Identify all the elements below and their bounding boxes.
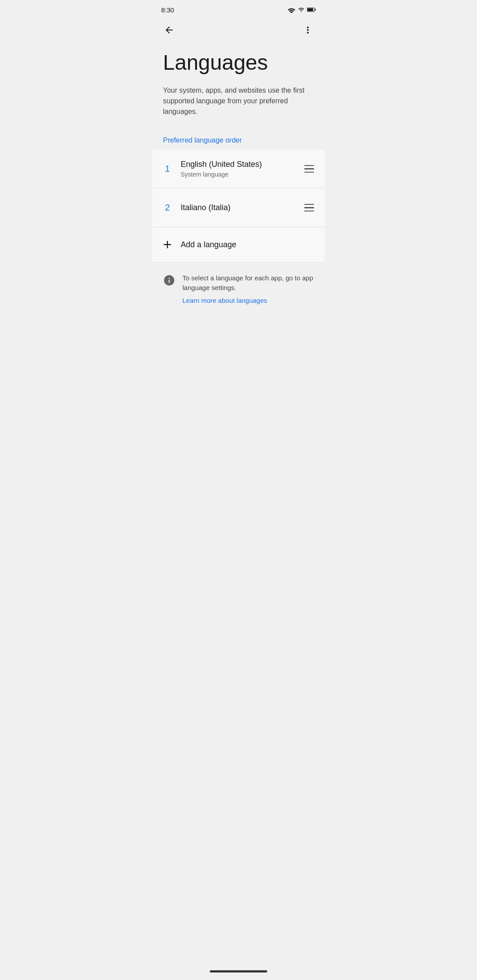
signal-icon <box>298 7 304 13</box>
status-time: 8:30 <box>161 6 174 14</box>
language-number-1: 1 <box>159 164 175 174</box>
preferred-order-label[interactable]: Preferred language order <box>152 124 325 150</box>
page-title: Languages <box>163 51 314 75</box>
svg-rect-1 <box>307 8 313 11</box>
drag-line <box>304 207 314 208</box>
back-button[interactable] <box>159 20 179 40</box>
wifi-icon <box>288 7 295 13</box>
info-section: To select a language for each app, go to… <box>152 263 325 311</box>
language-item-1[interactable]: 1 English (United States) System languag… <box>152 150 325 188</box>
info-text: To select a language for each app, go to… <box>182 274 313 292</box>
svg-rect-2 <box>315 9 316 11</box>
status-bar: 8:30 <box>152 0 325 18</box>
status-icons <box>288 7 316 13</box>
more-options-button[interactable] <box>298 20 318 40</box>
drag-line <box>304 211 314 212</box>
language-name-1: English (United States) <box>181 160 295 169</box>
drag-handle-1[interactable] <box>301 162 318 177</box>
language-item-2[interactable]: 2 Italiano (Italia) <box>152 188 325 227</box>
add-icon <box>159 237 175 253</box>
drag-line <box>304 204 314 205</box>
language-info-1: English (United States) System language <box>175 160 301 178</box>
info-content: To select a language for each app, go to… <box>182 273 314 304</box>
drag-handle-2[interactable] <box>301 200 318 215</box>
language-sublabel-1: System language <box>181 171 295 178</box>
page-description: Your system, apps, and websites use the … <box>163 85 314 117</box>
page-header: Languages Your system, apps, and website… <box>152 42 325 124</box>
battery-icon <box>307 7 316 12</box>
language-info-2: Italiano (Italia) <box>175 203 301 212</box>
language-list: 1 English (United States) System languag… <box>152 150 325 263</box>
drag-line <box>304 172 314 173</box>
add-language-label: Add a language <box>175 240 236 249</box>
info-icon <box>163 274 175 286</box>
language-number-2: 2 <box>159 203 175 213</box>
top-bar <box>152 18 325 42</box>
add-language-item[interactable]: Add a language <box>152 227 325 263</box>
drag-line <box>304 168 314 170</box>
back-icon <box>164 25 174 35</box>
learn-more-link[interactable]: Learn more about languages <box>182 297 314 304</box>
language-name-2: Italiano (Italia) <box>181 203 295 212</box>
drag-line <box>304 165 314 166</box>
more-options-icon <box>303 25 313 35</box>
